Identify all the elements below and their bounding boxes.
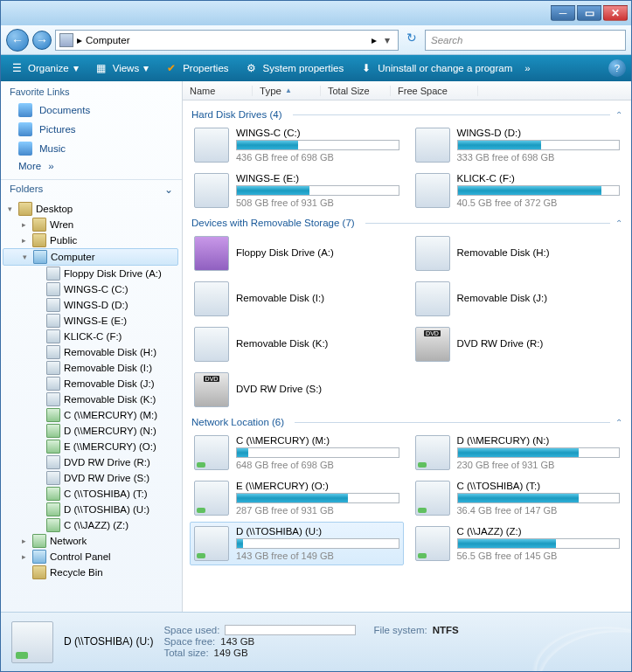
drive-icon	[194, 128, 229, 163]
tree-node[interactable]: KLICK-C (F:)	[3, 329, 178, 344]
tree-node[interactable]: C (\\MERCURY) (M:)	[3, 407, 178, 423]
breadcrumb-location[interactable]: Computer	[86, 35, 368, 45]
drive-item[interactable]: WINGS-D (D:)333 GB free of 698 GB	[411, 123, 625, 167]
expand-icon[interactable]: ▾	[4, 204, 15, 213]
folders-header[interactable]: Folders⌄	[1, 179, 182, 199]
drive-item[interactable]: DVD RW Drive (R:)	[411, 322, 625, 366]
tree-node[interactable]: Floppy Disk Drive (A:)	[3, 266, 178, 281]
drive-icon	[194, 173, 229, 208]
column-free-space[interactable]: Free Space	[391, 86, 478, 96]
tree-node[interactable]: ▸Wren	[3, 217, 178, 232]
column-headers: Name Type▲ Total Size Free Space	[183, 81, 631, 100]
drive-item[interactable]: DVD RW Drive (S:)	[190, 368, 404, 412]
selected-drive-name: D (\\TOSHIBA) (U:)	[64, 635, 153, 648]
tree-node[interactable]: ▾Desktop	[3, 201, 178, 217]
tree-node[interactable]: D (\\TOSHIBA) (U:)	[3, 502, 178, 517]
expand-icon[interactable]: ▸	[18, 537, 29, 545]
forward-button[interactable]: →	[32, 31, 52, 50]
drive-item[interactable]: Removable Disk (H:)	[411, 232, 625, 275]
favorite-link[interactable]: Pictures	[1, 120, 182, 139]
group-header[interactable]: Devices with Removable Storage (7)⌃	[186, 212, 628, 232]
favorites-more[interactable]: More»	[1, 158, 182, 174]
usage-bar	[236, 493, 399, 503]
drive-item[interactable]: KLICK-C (F:)40.5 GB free of 372 GB	[411, 169, 625, 212]
tree-icon	[46, 392, 60, 406]
help-button[interactable]: ?	[608, 59, 626, 77]
details-pane: D (\\TOSHIBA) (U:) Space used: Space fre…	[1, 612, 631, 671]
tree-node[interactable]: DVD RW Drive (S:)	[3, 470, 178, 486]
tree-node[interactable]: E (\\MERCURY) (O:)	[3, 439, 178, 454]
tree-node[interactable]: Removable Disk (I:)	[3, 360, 178, 376]
expand-icon[interactable]: ▸	[18, 236, 29, 245]
address-dropdown[interactable]: ▾	[380, 34, 394, 46]
usage-bar	[236, 538, 399, 549]
tree-node[interactable]: WINGS-E (E:)	[3, 313, 178, 329]
drive-item[interactable]: Removable Disk (I:)	[190, 277, 404, 321]
search-input[interactable]: Search	[425, 30, 626, 51]
collapse-icon[interactable]: ⌃	[615, 110, 622, 120]
group-header[interactable]: Network Location (6)⌃	[186, 412, 628, 431]
group-header[interactable]: Hard Disk Drives (4)⌃	[186, 104, 628, 123]
drive-item[interactable]: C (\\JAZZ) (Z:)56.5 GB free of 145 GB	[411, 522, 625, 565]
tree-node[interactable]: DVD RW Drive (R:)	[3, 454, 178, 470]
tree-node[interactable]: WINGS-C (C:)	[3, 281, 178, 297]
tree-node[interactable]: Removable Disk (K:)	[3, 391, 178, 407]
address-bar[interactable]: ▸ Computer ▸ ▾	[55, 30, 399, 51]
tree-node[interactable]: ▸Control Panel	[3, 549, 178, 565]
drive-item[interactable]: E (\\MERCURY) (O:)287 GB free of 931 GB	[190, 476, 404, 520]
refresh-button[interactable]: ↻	[402, 31, 421, 50]
tree-node[interactable]: WINGS-D (D:)	[3, 297, 178, 313]
folder-icon	[18, 142, 32, 156]
usage-bar	[457, 538, 621, 549]
expand-icon[interactable]: ▸	[18, 220, 29, 229]
drive-icon	[415, 173, 450, 208]
close-button[interactable]: ✕	[603, 5, 628, 21]
drive-icon	[415, 435, 450, 470]
drive-item[interactable]: C (\\TOSHIBA) (T:)36.4 GB free of 147 GB	[411, 476, 625, 520]
tree-node[interactable]: D (\\MERCURY) (N:)	[3, 423, 178, 439]
tree-node[interactable]: Removable Disk (J:)	[3, 376, 178, 391]
column-name[interactable]: Name	[183, 86, 253, 96]
drive-item[interactable]: D (\\TOSHIBA) (U:)143 GB free of 149 GB	[190, 522, 404, 565]
uninstall-button[interactable]: ⬇Uninstall or change a program	[356, 59, 516, 77]
collapse-icon[interactable]: ⌃	[615, 218, 622, 228]
column-total-size[interactable]: Total Size	[321, 86, 391, 96]
favorite-link[interactable]: Music	[1, 139, 182, 158]
drive-item[interactable]: WINGS-E (E:)508 GB free of 931 GB	[190, 169, 404, 212]
system-properties-button[interactable]: ⚙System properties	[241, 59, 348, 77]
expand-icon[interactable]: ▸	[18, 552, 29, 561]
usage-bar	[457, 140, 621, 150]
collapse-icon[interactable]: ⌃	[615, 418, 622, 427]
expand-icon[interactable]: ▾	[19, 253, 30, 261]
navigation-pane: Favorite Links DocumentsPicturesMusic Mo…	[1, 81, 183, 612]
drive-item[interactable]: C (\\MERCURY) (M:)648 GB free of 698 GB	[190, 431, 404, 475]
tree-node[interactable]: C (\\TOSHIBA) (T:)	[3, 486, 178, 502]
organize-button[interactable]: ☰Organize▾	[6, 59, 82, 77]
tree-node[interactable]: Removable Disk (H:)	[3, 344, 178, 360]
tree-icon	[46, 377, 60, 391]
drive-item[interactable]: Removable Disk (J:)	[411, 277, 625, 321]
drive-item[interactable]: WINGS-C (C:)436 GB free of 698 GB	[190, 123, 404, 167]
back-button[interactable]: ←	[6, 29, 29, 52]
drive-item[interactable]: Removable Disk (K:)	[190, 322, 404, 366]
drive-icon	[194, 236, 229, 271]
tree-icon	[46, 361, 60, 375]
tree-node[interactable]: ▸Network	[3, 533, 178, 549]
views-button[interactable]: ▦Views▾	[91, 59, 152, 77]
properties-button[interactable]: ✔Properties	[161, 59, 232, 77]
tree-icon	[46, 345, 60, 359]
column-type[interactable]: Type▲	[253, 86, 321, 96]
tree-node[interactable]: Recycle Bin	[3, 565, 178, 580]
drive-item[interactable]: Floppy Disk Drive (A:)	[190, 232, 404, 275]
breadcrumb-sep: ▸	[372, 34, 377, 46]
tree-node[interactable]: ▸Public	[3, 232, 178, 248]
overflow-chevron[interactable]: »	[524, 63, 530, 73]
tree-node[interactable]: C (\\JAZZ) (Z:)	[3, 517, 178, 533]
tree-icon	[46, 282, 60, 296]
favorite-link[interactable]: Documents	[1, 100, 182, 120]
tree-icon	[32, 565, 46, 579]
tree-node[interactable]: ▾Computer	[3, 248, 178, 266]
maximize-button[interactable]: ▭	[577, 5, 601, 21]
minimize-button[interactable]: ─	[551, 5, 575, 21]
drive-item[interactable]: D (\\MERCURY) (N:)230 GB free of 931 GB	[411, 431, 625, 475]
